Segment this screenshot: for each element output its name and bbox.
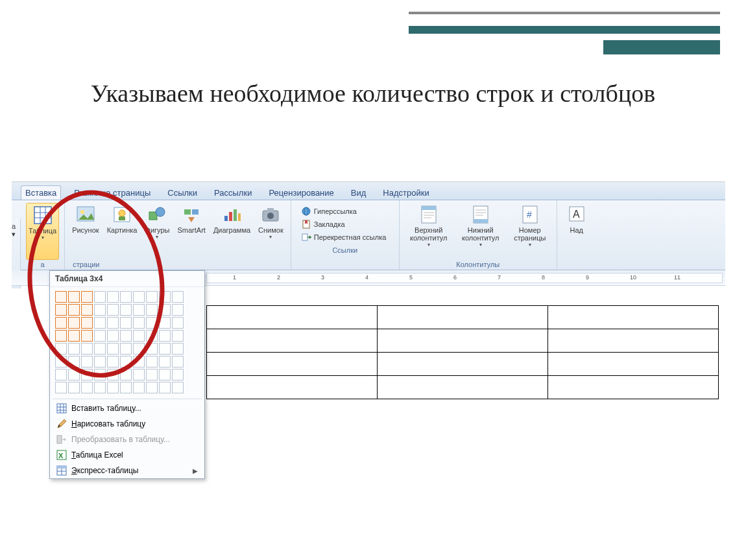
- tab-review[interactable]: Рецензирование: [265, 186, 337, 200]
- grid-cell[interactable]: [159, 382, 171, 393]
- grid-cell[interactable]: [55, 317, 67, 329]
- grid-cell[interactable]: [107, 356, 119, 368]
- tab-view[interactable]: Вид: [347, 186, 370, 200]
- grid-cell[interactable]: [81, 382, 93, 393]
- grid-cell[interactable]: [159, 330, 171, 342]
- footer-button[interactable]: Нижний колонтитул ▾: [457, 203, 505, 260]
- grid-cell[interactable]: [120, 382, 132, 393]
- grid-cell[interactable]: [172, 382, 184, 393]
- grid-cell[interactable]: [94, 304, 106, 316]
- grid-cell[interactable]: [146, 291, 158, 303]
- express-tables-item[interactable]: Экспресс-таблицы ▶: [50, 463, 204, 478]
- grid-cell[interactable]: [81, 291, 93, 303]
- grid-cell[interactable]: [107, 369, 119, 380]
- grid-cell[interactable]: [159, 343, 171, 355]
- grid-cell[interactable]: [159, 317, 171, 329]
- grid-cell[interactable]: [172, 291, 184, 303]
- grid-cell[interactable]: [133, 330, 145, 342]
- grid-cell[interactable]: [120, 330, 132, 342]
- grid-cell[interactable]: [146, 343, 158, 355]
- grid-cell[interactable]: [107, 304, 119, 316]
- grid-cell[interactable]: [81, 317, 93, 329]
- grid-cell[interactable]: [172, 317, 184, 329]
- grid-cell[interactable]: [68, 356, 80, 368]
- grid-cell[interactable]: [94, 317, 106, 329]
- grid-cell[interactable]: [81, 369, 93, 380]
- grid-cell[interactable]: [55, 356, 67, 368]
- grid-cell[interactable]: [68, 330, 80, 342]
- grid-cell[interactable]: [146, 304, 158, 316]
- screenshot-button[interactable]: Снимок ▾: [256, 203, 285, 260]
- table-size-grid[interactable]: [50, 287, 204, 397]
- grid-cell[interactable]: [133, 304, 145, 316]
- grid-cell[interactable]: [55, 382, 67, 393]
- shapes-button[interactable]: Фигуры ▾: [143, 203, 171, 260]
- grid-cell[interactable]: [107, 317, 119, 329]
- bookmark-button[interactable]: Закладка: [299, 218, 391, 230]
- draw-table-item[interactable]: Нарисовать таблицу: [50, 416, 204, 432]
- grid-cell[interactable]: [68, 369, 80, 380]
- picture-button[interactable]: Рисунок: [70, 203, 101, 260]
- grid-cell[interactable]: [81, 343, 93, 355]
- tab-mailings[interactable]: Рассылки: [210, 186, 256, 200]
- grid-cell[interactable]: [55, 343, 67, 355]
- grid-cell[interactable]: [68, 317, 80, 329]
- grid-cell[interactable]: [55, 291, 67, 303]
- grid-cell[interactable]: [120, 343, 132, 355]
- crossref-button[interactable]: Перекрестная ссылка: [299, 231, 391, 243]
- grid-cell[interactable]: [133, 291, 145, 303]
- header-button[interactable]: Верхний колонтитул ▾: [405, 203, 453, 260]
- insert-table-item[interactable]: Вставить таблицу...: [50, 401, 204, 416]
- grid-cell[interactable]: [107, 330, 119, 342]
- grid-cell[interactable]: [146, 369, 158, 380]
- grid-cell[interactable]: [55, 369, 67, 380]
- grid-cell[interactable]: [146, 356, 158, 368]
- grid-cell[interactable]: [68, 382, 80, 393]
- pagenumber-button[interactable]: # Номер страницы ▾: [509, 203, 551, 260]
- grid-cell[interactable]: [120, 291, 132, 303]
- grid-cell[interactable]: [94, 356, 106, 368]
- grid-cell[interactable]: [159, 369, 171, 380]
- grid-cell[interactable]: [172, 356, 184, 368]
- grid-cell[interactable]: [159, 304, 171, 316]
- grid-cell[interactable]: [172, 369, 184, 380]
- grid-cell[interactable]: [120, 369, 132, 380]
- grid-cell[interactable]: [68, 343, 80, 355]
- smartart-button[interactable]: SmartArt: [175, 203, 207, 260]
- grid-cell[interactable]: [133, 343, 145, 355]
- grid-cell[interactable]: [107, 343, 119, 355]
- grid-cell[interactable]: [133, 369, 145, 380]
- grid-cell[interactable]: [146, 382, 158, 393]
- grid-cell[interactable]: [159, 291, 171, 303]
- grid-cell[interactable]: [146, 317, 158, 329]
- grid-cell[interactable]: [94, 330, 106, 342]
- text-box-button[interactable]: A Над: [562, 203, 591, 269]
- grid-cell[interactable]: [120, 304, 132, 316]
- grid-cell[interactable]: [94, 382, 106, 393]
- grid-cell[interactable]: [81, 304, 93, 316]
- grid-cell[interactable]: [133, 382, 145, 393]
- grid-cell[interactable]: [146, 330, 158, 342]
- grid-cell[interactable]: [107, 291, 119, 303]
- grid-cell[interactable]: [81, 356, 93, 368]
- grid-cell[interactable]: [120, 317, 132, 329]
- tab-insert[interactable]: Вставка: [21, 185, 61, 200]
- grid-cell[interactable]: [55, 304, 67, 316]
- tab-addins[interactable]: Надстройки: [379, 186, 433, 200]
- grid-cell[interactable]: [133, 317, 145, 329]
- grid-cell[interactable]: [94, 343, 106, 355]
- tab-references[interactable]: Ссылки: [163, 186, 201, 200]
- grid-cell[interactable]: [55, 330, 67, 342]
- grid-cell[interactable]: [68, 291, 80, 303]
- grid-cell[interactable]: [107, 382, 119, 393]
- grid-cell[interactable]: [94, 369, 106, 380]
- grid-cell[interactable]: [68, 304, 80, 316]
- hyperlink-button[interactable]: Гиперссылка: [299, 205, 391, 217]
- grid-cell[interactable]: [94, 291, 106, 303]
- clipart-button[interactable]: Картинка: [105, 203, 139, 260]
- grid-cell[interactable]: [120, 356, 132, 368]
- chart-button[interactable]: Диаграмма: [211, 203, 252, 260]
- grid-cell[interactable]: [133, 356, 145, 368]
- grid-cell[interactable]: [159, 356, 171, 368]
- tab-page-layout[interactable]: Разметка страницы: [70, 186, 154, 200]
